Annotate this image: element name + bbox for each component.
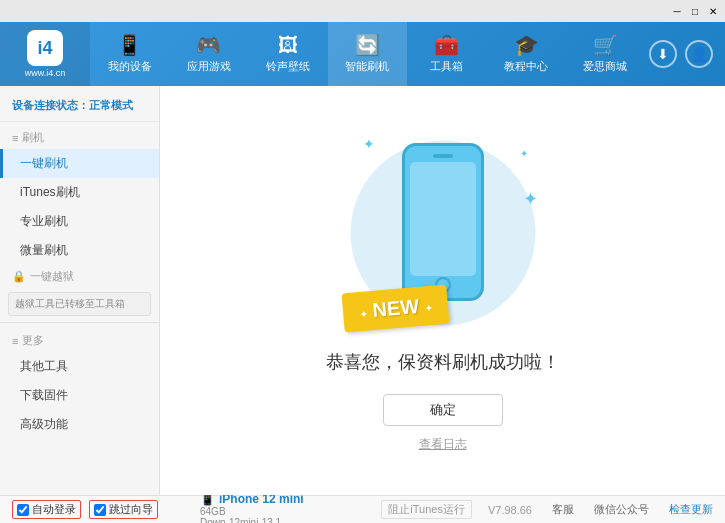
my-device-label: 我的设备 <box>108 59 152 74</box>
phone <box>402 143 484 301</box>
flash-section-title: ≡ 刷机 <box>0 126 159 149</box>
tutorials-icon: 🎓 <box>514 35 539 55</box>
logo[interactable]: i4 www.i4.cn <box>0 22 90 86</box>
connection-status: 设备连接状态：正常模式 <box>0 94 159 122</box>
version-text: V7.98.66 <box>488 504 532 516</box>
sidebar-item-one-click-flash[interactable]: 一键刷机 <box>0 149 159 178</box>
apps-icon: 🎮 <box>196 35 221 55</box>
device-info: 📱 iPhone 12 mini 64GB Down-12mini-13,1 <box>192 492 352 524</box>
user-button[interactable]: 👤 <box>685 40 713 68</box>
wallpaper-icon: 🖼 <box>278 35 298 55</box>
logo-icon: i4 <box>27 30 63 66</box>
new-ribbon: ✦ NEW ✦ <box>341 284 449 332</box>
flash-section-label: 刷机 <box>22 130 44 145</box>
main-area: 设备连接状态：正常模式 ≡ 刷机 一键刷机 iTunes刷机 专业刷机 微量刷机… <box>0 86 725 495</box>
illustration: ✦ ✦ ✦ ✦ NEW ✦ <box>333 128 553 338</box>
jailbreak-section-title: 🔒 一键越狱 <box>0 265 159 288</box>
flash-section-icon: ≡ <box>12 132 18 144</box>
nav-my-device[interactable]: 📱 我的设备 <box>90 22 169 86</box>
block-itunes-status[interactable]: 阻止iTunes运行 <box>381 500 472 519</box>
toolbox-icon: 🧰 <box>434 35 459 55</box>
shop-label: 爱思商城 <box>583 59 627 74</box>
bottom-left: 自动登录 跳过向导 <box>12 500 192 519</box>
nav-smart-flash[interactable]: 🔄 智能刷机 <box>328 22 407 86</box>
tutorials-label: 教程中心 <box>504 59 548 74</box>
shop-icon: 🛒 <box>593 35 618 55</box>
status-value: 正常模式 <box>89 99 133 111</box>
bottom-bar: 自动登录 跳过向导 📱 iPhone 12 mini 64GB Down-12m… <box>0 495 725 523</box>
sidebar-item-pro-flash[interactable]: 专业刷机 <box>0 207 159 236</box>
update-link[interactable]: 检查更新 <box>669 502 713 517</box>
minimize-button[interactable]: ─ <box>669 3 685 19</box>
auto-start-label: 自动登录 <box>32 502 76 517</box>
sidebar-item-other-tools[interactable]: 其他工具 <box>0 352 159 381</box>
sidebar-item-advanced[interactable]: 高级功能 <box>0 410 159 439</box>
smart-flash-label: 智能刷机 <box>345 59 389 74</box>
sparkle-1: ✦ <box>363 136 375 152</box>
bottom-right: V7.98.66 客服 微信公众号 检查更新 <box>488 502 713 517</box>
nav-apps[interactable]: 🎮 应用游戏 <box>169 22 248 86</box>
logo-text: www.i4.cn <box>25 68 66 78</box>
nav-shop[interactable]: 🛒 爱思商城 <box>566 22 645 86</box>
skip-wizard-label: 跳过向导 <box>109 502 153 517</box>
phone-body <box>402 143 484 301</box>
status-prefix: 设备连接状态： <box>12 99 89 111</box>
my-device-icon: 📱 <box>117 35 142 55</box>
maximize-button[interactable]: □ <box>687 3 703 19</box>
nav-toolbox[interactable]: 🧰 工具箱 <box>407 22 486 86</box>
apps-label: 应用游戏 <box>187 59 231 74</box>
success-title: 恭喜您，保资料刷机成功啦！ <box>326 350 560 374</box>
sidebar: 设备连接状态：正常模式 ≡ 刷机 一键刷机 iTunes刷机 专业刷机 微量刷机… <box>0 86 160 495</box>
title-bar: ─ □ ✕ <box>0 0 725 22</box>
header: i4 www.i4.cn 📱 我的设备 🎮 应用游戏 🖼 铃声壁纸 🔄 智能刷机… <box>0 22 725 86</box>
sparkle-3: ✦ <box>523 188 538 210</box>
auto-start-checkbox[interactable]: 自动登录 <box>12 500 81 519</box>
skip-wizard-check[interactable] <box>94 504 106 516</box>
wallpaper-label: 铃声壁纸 <box>266 59 310 74</box>
nav-tutorials[interactable]: 🎓 教程中心 <box>486 22 565 86</box>
smart-flash-icon: 🔄 <box>355 35 380 55</box>
sidebar-divider <box>0 322 159 323</box>
more-section-icon: ≡ <box>12 335 18 347</box>
header-right: ⬇ 👤 <box>645 40 725 68</box>
toolbox-label: 工具箱 <box>430 59 463 74</box>
device-firmware: Down-12mini-13,1 <box>200 517 352 524</box>
jailbreak-section-icon: 🔒 <box>12 270 26 283</box>
nav-wallpaper[interactable]: 🖼 铃声壁纸 <box>249 22 328 86</box>
sidebar-item-itunes-flash[interactable]: iTunes刷机 <box>0 178 159 207</box>
service-link[interactable]: 客服 <box>552 502 574 517</box>
jailbreak-notice: 越狱工具已转移至工具箱 <box>8 292 151 316</box>
download-button[interactable]: ⬇ <box>649 40 677 68</box>
phone-speaker <box>433 154 453 158</box>
more-section-title: ≡ 更多 <box>0 329 159 352</box>
auto-start-check[interactable] <box>17 504 29 516</box>
skip-wizard-checkbox[interactable]: 跳过向导 <box>89 500 158 519</box>
confirm-button[interactable]: 确定 <box>383 394 503 426</box>
device-storage: 64GB <box>200 506 352 517</box>
sparkle-right: ✦ <box>424 303 433 315</box>
sparkle-left: ✦ <box>358 309 367 321</box>
content-area: ✦ ✦ ✦ ✦ NEW ✦ 恭喜您，保资料刷机成功啦！ 确定 查看日志 <box>160 86 725 495</box>
sidebar-item-backup-flash[interactable]: 微量刷机 <box>0 236 159 265</box>
jailbreak-section-label: 一键越狱 <box>30 269 74 284</box>
phone-screen <box>410 162 476 276</box>
sparkle-2: ✦ <box>520 148 528 159</box>
more-section-label: 更多 <box>22 333 44 348</box>
new-text: NEW <box>371 295 419 321</box>
close-button[interactable]: ✕ <box>705 3 721 19</box>
view-log-link[interactable]: 查看日志 <box>419 436 467 453</box>
wechat-link[interactable]: 微信公众号 <box>594 502 649 517</box>
nav-items: 📱 我的设备 🎮 应用游戏 🖼 铃声壁纸 🔄 智能刷机 🧰 工具箱 🎓 教程中心… <box>90 22 645 86</box>
sidebar-item-download-firmware[interactable]: 下载固件 <box>0 381 159 410</box>
